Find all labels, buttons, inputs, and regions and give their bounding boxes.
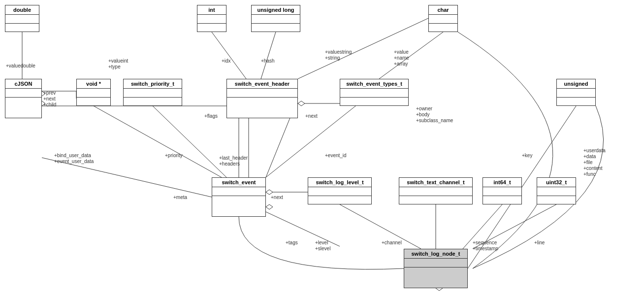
label-lbl_valuedouble: +valuedouble bbox=[6, 63, 35, 68]
label-lbl_line: +line bbox=[534, 240, 545, 245]
uml-box-switch_event_types_t: switch_event_types_t bbox=[340, 79, 409, 106]
uml-box-switch_event: switch_event bbox=[212, 177, 266, 217]
uml-box-title-int64_t: int64_t bbox=[483, 178, 521, 187]
svg-line-1 bbox=[212, 32, 246, 79]
label-lbl_next_seh: +next bbox=[305, 113, 318, 119]
svg-line-2 bbox=[261, 32, 276, 79]
label-lbl_level: +level bbox=[315, 240, 328, 245]
label-lbl_next_se: +next bbox=[271, 195, 283, 200]
label-lbl_content: +content bbox=[583, 166, 603, 171]
svg-marker-26 bbox=[298, 101, 305, 106]
svg-line-4 bbox=[379, 32, 443, 79]
diagram-svg bbox=[0, 0, 644, 301]
label-lbl_prev: +prev bbox=[43, 90, 56, 96]
uml-box-section-switch_event_types_t-1 bbox=[340, 98, 408, 106]
uml-box-title-cJSON: cJSON bbox=[5, 79, 41, 89]
uml-box-unsigned_long: unsigned long bbox=[251, 5, 300, 32]
label-lbl_owner: +owner bbox=[416, 106, 432, 111]
uml-box-section-unsigned_long-1 bbox=[252, 24, 300, 33]
label-lbl_array: +array bbox=[394, 61, 408, 67]
uml-box-section-switch_event_header-0 bbox=[227, 89, 297, 98]
uml-box-section-switch_text_channel_t-1 bbox=[399, 196, 472, 205]
uml-box-title-char: char bbox=[429, 5, 457, 15]
uml-box-title-switch_log_node_t: switch_log_node_t bbox=[404, 249, 467, 259]
label-lbl_sequence: +sequence bbox=[473, 240, 497, 245]
label-lbl_headers: +headers bbox=[219, 161, 240, 167]
svg-line-23 bbox=[94, 106, 222, 177]
label-lbl_event_user: +event_user_data bbox=[54, 159, 94, 164]
label-lbl_file: +file bbox=[583, 160, 593, 165]
uml-box-title-unsigned: unsigned bbox=[557, 79, 595, 89]
label-lbl_type: +type bbox=[108, 64, 121, 69]
uml-box-title-switch_priority_t: switch_priority_t bbox=[124, 79, 182, 89]
label-lbl_data: +data bbox=[583, 154, 596, 159]
uml-box-section-uint32_t-1 bbox=[537, 196, 576, 205]
uml-box-section-void_ptr-0 bbox=[77, 89, 110, 98]
uml-box-title-switch_event_types_t: switch_event_types_t bbox=[340, 79, 408, 89]
label-lbl_body: +body bbox=[416, 112, 430, 117]
label-lbl_timestamp: +timestamp bbox=[473, 246, 498, 251]
uml-box-switch_log_node_t: switch_log_node_t bbox=[404, 249, 468, 288]
label-lbl_next_cjson: +next bbox=[43, 96, 56, 101]
label-lbl_priority: +priority bbox=[165, 153, 183, 158]
uml-box-unsigned: unsigned bbox=[556, 79, 596, 106]
uml-box-section-switch_text_channel_t-0 bbox=[399, 187, 472, 196]
uml-box-section-uint32_t-0 bbox=[537, 187, 576, 196]
uml-box-title-int: int bbox=[197, 5, 226, 15]
label-lbl_userdata: +userdata bbox=[583, 148, 606, 153]
label-lbl_subclass: +subclass_name bbox=[416, 118, 453, 123]
label-lbl_idx: +idx bbox=[222, 58, 231, 64]
uml-box-section-int-0 bbox=[197, 15, 226, 24]
uml-box-section-void_ptr-1 bbox=[77, 98, 110, 106]
label-lbl_valuestring: +valuestring bbox=[325, 49, 352, 55]
uml-box-section-int64_t-0 bbox=[483, 187, 521, 196]
label-lbl_func: +func bbox=[583, 171, 596, 177]
uml-box-section-cJSON-0 bbox=[5, 89, 41, 98]
label-lbl_channel: +channel bbox=[382, 240, 402, 245]
uml-box-section-switch_event_header-1 bbox=[227, 98, 297, 106]
svg-line-16 bbox=[340, 204, 421, 249]
uml-box-section-switch_event-0 bbox=[212, 187, 265, 196]
uml-box-section-switch_event-1 bbox=[212, 196, 265, 205]
uml-box-section-switch_log_level_t-1 bbox=[308, 196, 371, 205]
uml-box-section-switch_event_types_t-0 bbox=[340, 89, 408, 98]
uml-box-switch_priority_t: switch_priority_t bbox=[123, 79, 182, 106]
label-lbl_meta: +meta bbox=[173, 195, 187, 200]
label-lbl_key: +key bbox=[522, 153, 532, 158]
uml-box-switch_event_header: switch_event_header bbox=[226, 79, 298, 118]
uml-box-title-switch_log_level_t: switch_log_level_t bbox=[308, 178, 371, 187]
uml-box-title-switch_event_header: switch_event_header bbox=[227, 79, 297, 89]
svg-marker-28 bbox=[266, 190, 273, 195]
label-lbl_valueint: +valueint bbox=[108, 58, 128, 64]
label-lbl_child: +child bbox=[43, 102, 56, 107]
uml-box-int: int bbox=[197, 5, 226, 32]
uml-box-switch_log_level_t: switch_log_level_t bbox=[308, 177, 372, 204]
uml-box-section-switch_priority_t-1 bbox=[124, 98, 182, 106]
uml-box-title-uint32_t: uint32_t bbox=[537, 178, 576, 187]
diagram-container: doubleintunsigned longcharcJSONvoid *swi… bbox=[0, 0, 644, 301]
uml-box-section-switch_log_node_t-0 bbox=[404, 259, 467, 268]
svg-line-3 bbox=[298, 18, 428, 79]
svg-line-20 bbox=[266, 212, 340, 246]
uml-box-section-int64_t-1 bbox=[483, 196, 521, 205]
uml-box-char: char bbox=[428, 5, 458, 32]
uml-box-section-char-0 bbox=[429, 15, 457, 24]
uml-box-section-double-0 bbox=[5, 15, 39, 24]
uml-box-switch_text_channel_t: switch_text_channel_t bbox=[399, 177, 473, 204]
uml-box-section-char-1 bbox=[429, 24, 457, 33]
uml-box-title-switch_event: switch_event bbox=[212, 178, 265, 187]
label-lbl_tags: +tags bbox=[286, 240, 298, 245]
uml-box-section-switch_log_level_t-0 bbox=[308, 187, 371, 196]
uml-box-title-double: double bbox=[5, 5, 39, 15]
label-lbl_last_header: +last_header bbox=[219, 155, 248, 161]
uml-box-section-cJSON-1 bbox=[5, 98, 41, 106]
uml-box-section-switch_priority_t-0 bbox=[124, 89, 182, 98]
label-lbl_string: +string bbox=[325, 55, 340, 61]
uml-box-title-unsigned_long: unsigned long bbox=[252, 5, 300, 15]
label-lbl_event_id: +event_id bbox=[325, 153, 347, 158]
uml-box-section-double-1 bbox=[5, 24, 39, 33]
label-lbl_flags: +flags bbox=[204, 113, 218, 119]
uml-box-section-switch_log_node_t-1 bbox=[404, 268, 467, 276]
svg-marker-29 bbox=[266, 204, 273, 209]
uml-box-int64_t: int64_t bbox=[483, 177, 522, 204]
